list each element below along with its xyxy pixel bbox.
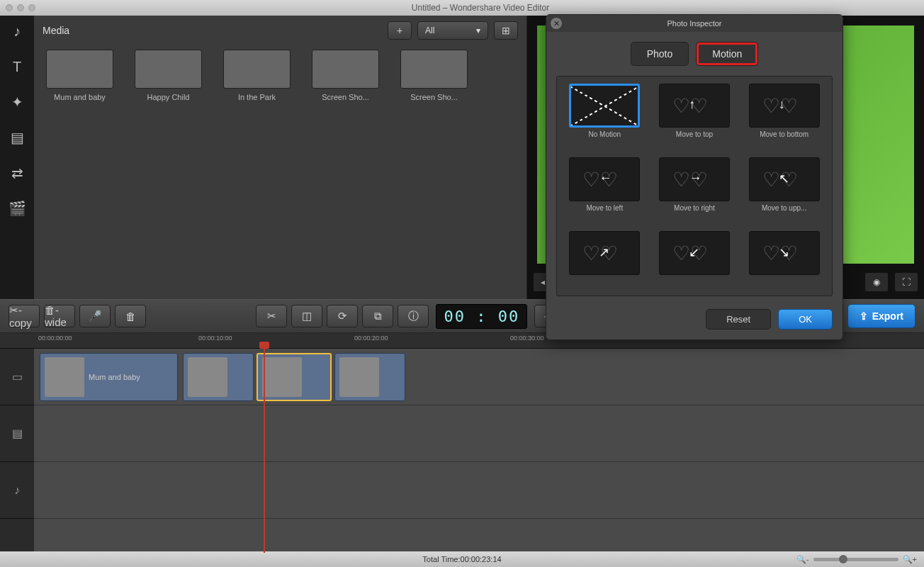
media-item[interactable]: Screen Sho... xyxy=(308,50,383,101)
cut-button[interactable]: ✂ xyxy=(256,305,287,327)
tool-filters[interactable]: ⇄ xyxy=(7,163,27,183)
clip[interactable] xyxy=(257,353,332,401)
export-button[interactable]: ⇪Export xyxy=(847,304,915,328)
motion-preset[interactable]: ↓Move to bottom xyxy=(743,84,825,149)
arrow-icon: → xyxy=(689,171,702,186)
tracks-area[interactable]: Mum and baby xyxy=(34,349,924,553)
audio-track[interactable] xyxy=(34,462,924,519)
tool-media[interactable]: ♪ xyxy=(7,21,27,41)
media-item[interactable]: Happy Child xyxy=(131,50,205,101)
clip-thumbnail xyxy=(188,357,227,397)
overlay-track[interactable] xyxy=(34,405,924,462)
motion-preset[interactable]: →Move to right xyxy=(654,157,736,223)
photo-inspector-dialog: ✕ Photo Inspector Photo Motion No Motion… xyxy=(546,14,843,340)
motion-label: Move to top xyxy=(659,130,730,138)
motion-preset[interactable]: ↗ xyxy=(564,231,646,288)
copy-button[interactable]: ✂-copy xyxy=(9,305,40,327)
motion-preset[interactable]: ↑Move to top xyxy=(654,84,736,149)
window-title: Untitled – Wondershare Video Editor xyxy=(43,3,918,13)
fullscreen-button[interactable]: ⛶ xyxy=(894,272,918,292)
media-thumbnail xyxy=(46,50,113,89)
media-caption: Happy Child xyxy=(131,93,205,101)
clip[interactable] xyxy=(334,353,405,401)
statusbar: Total Time:00:00:23:14 🔍- 🔍+ xyxy=(0,551,924,567)
media-caption: Screen Sho... xyxy=(397,93,471,101)
total-time: Total Time:00:00:23:14 xyxy=(422,555,501,563)
motion-thumbnail: ↙ xyxy=(659,231,730,275)
motion-label: Move to bottom xyxy=(749,130,820,138)
media-thumbnails: Mum and babyHappy ChildIn the ParkScreen… xyxy=(34,45,526,106)
rotate-button[interactable]: ⟳ xyxy=(327,305,358,327)
voice-button[interactable]: 🎤 xyxy=(79,305,111,327)
arrow-icon: ↑ xyxy=(689,97,695,112)
timeline: ▭▤♪ Mum and baby xyxy=(0,349,924,553)
crop-button[interactable]: ◫ xyxy=(291,305,322,327)
media-item[interactable]: Mum and baby xyxy=(43,50,117,101)
motion-thumbnail: ← xyxy=(569,157,640,201)
media-filter-select[interactable]: All▾ xyxy=(417,21,488,40)
motion-thumbnail: ↖ xyxy=(749,157,820,201)
motion-thumbnail xyxy=(569,84,640,128)
tool-intro[interactable]: 🎬 xyxy=(7,198,27,218)
trash-button[interactable]: 🗑 xyxy=(115,305,146,327)
speed-button[interactable]: ⧉ xyxy=(362,305,393,327)
inspector-titlebar: ✕ Photo Inspector xyxy=(546,15,843,32)
add-media-button[interactable]: + xyxy=(388,21,412,40)
ok-button[interactable]: OK xyxy=(778,309,833,330)
reset-button[interactable]: Reset xyxy=(706,309,771,330)
media-caption: Screen Sho... xyxy=(308,93,383,101)
clip[interactable]: Mum and baby xyxy=(40,353,178,401)
playhead[interactable] xyxy=(264,349,265,553)
track-head-0[interactable]: ▭ xyxy=(0,349,34,405)
info-button[interactable]: ⓘ xyxy=(398,305,429,327)
zoom-slider[interactable] xyxy=(813,558,898,561)
arrow-icon: ↘ xyxy=(779,245,789,260)
tool-transitions[interactable]: ▤ xyxy=(7,128,27,147)
zoom-in-icon[interactable]: 🔍+ xyxy=(903,555,917,564)
motion-presets: No Motion↑Move to top↓Move to bottom←Mov… xyxy=(556,76,833,296)
inspector-title: Photo Inspector xyxy=(667,19,721,28)
motion-thumbnail: ↑ xyxy=(659,84,730,128)
track-head-1[interactable]: ▤ xyxy=(0,405,34,462)
tab-photo[interactable]: Photo xyxy=(631,42,689,66)
media-item[interactable]: Screen Sho... xyxy=(397,50,471,101)
media-caption: In the Park xyxy=(220,93,294,101)
clip-thumbnail xyxy=(45,357,84,397)
chevron-down-icon: ▾ xyxy=(476,26,480,35)
delete-button[interactable]: 🗑-wide xyxy=(44,305,75,327)
media-thumbnail xyxy=(312,50,379,89)
close-icon[interactable]: ✕ xyxy=(551,18,562,29)
motion-preset[interactable]: ←Move to left xyxy=(564,157,646,223)
motion-preset[interactable]: No Motion xyxy=(564,84,646,149)
media-label: Media xyxy=(43,25,382,36)
arrow-icon: ↓ xyxy=(779,97,785,112)
ruler-mark: 00:00:30:00 xyxy=(510,335,544,342)
zoom-control[interactable]: 🔍- 🔍+ xyxy=(796,555,917,564)
media-panel: Media + All▾ ⊞ Mum and babyHappy ChildIn… xyxy=(34,16,527,299)
zoom-knob[interactable] xyxy=(839,555,847,563)
video-track[interactable]: Mum and baby xyxy=(34,349,924,405)
export-label: Export xyxy=(872,310,903,322)
motion-thumbnail: ↗ xyxy=(569,231,640,275)
ruler-mark: 00:00:00:00 xyxy=(38,335,72,342)
track-heads: ▭▤♪ xyxy=(0,349,34,553)
arrow-icon: ↙ xyxy=(689,245,699,260)
motion-label: Move to left xyxy=(569,204,640,212)
media-thumbnail xyxy=(223,50,291,89)
motion-preset[interactable]: ↙ xyxy=(654,231,736,288)
motion-preset[interactable]: ↘ xyxy=(743,231,825,288)
track-head-2[interactable]: ♪ xyxy=(0,462,34,519)
tool-effects[interactable]: ✦ xyxy=(7,92,27,112)
media-filter-value: All xyxy=(425,26,434,35)
window-controls[interactable] xyxy=(6,4,35,11)
snapshot-button[interactable]: ◉ xyxy=(864,272,889,292)
clip[interactable] xyxy=(183,353,254,401)
tool-text[interactable]: T xyxy=(7,57,27,77)
tab-motion[interactable]: Motion xyxy=(696,42,758,66)
ruler-mark: 00:00:20:00 xyxy=(354,335,388,342)
zoom-out-icon[interactable]: 🔍- xyxy=(796,555,809,564)
view-mode-button[interactable]: ⊞ xyxy=(494,21,518,40)
media-item[interactable]: In the Park xyxy=(220,50,294,101)
arrow-icon: ↖ xyxy=(779,171,789,186)
motion-preset[interactable]: ↖Move to upp... xyxy=(743,157,825,223)
